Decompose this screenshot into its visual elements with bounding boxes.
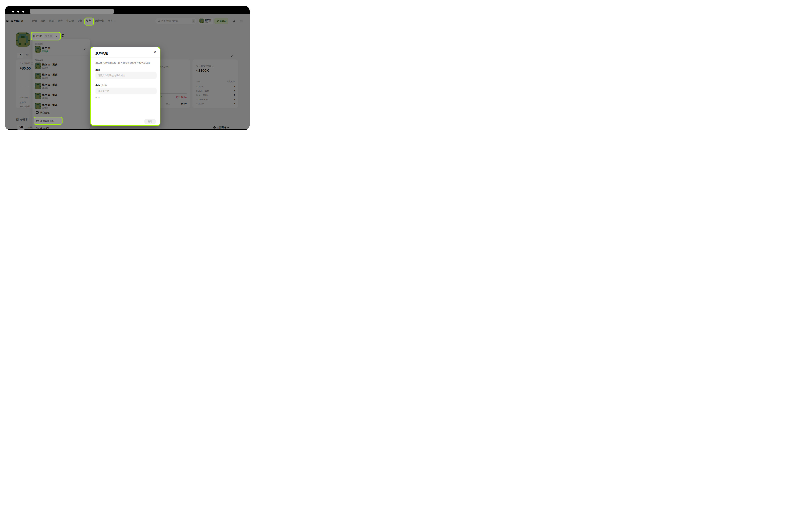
- browser-window: Wallet 行情 扫链 追踪 信号 牛人榜 兑换 资产 邀请计划 更多 代币 …: [5, 6, 250, 130]
- watch-wallet-modal: 观察钱包 × 输入钱包地址或域名，即可查看该钱包资产和交易记录 地址 备注 (选…: [90, 47, 160, 126]
- window-dot: [17, 11, 19, 13]
- modal-title: 观察钱包: [96, 51, 108, 55]
- memo-input[interactable]: [96, 88, 157, 95]
- divider: [91, 116, 160, 116]
- window-dot: [23, 11, 24, 13]
- address-label: 地址: [96, 68, 100, 71]
- memo-label: 备注: [96, 84, 100, 87]
- screenshot-canvas: Wallet 行情 扫链 追踪 信号 牛人榜 兑换 资产 邀请计划 更多 代币 …: [0, 0, 255, 134]
- memo-label-row: 备注 (选填): [96, 84, 107, 87]
- char-counter: 0/25: [96, 96, 100, 99]
- address-input[interactable]: [96, 72, 157, 79]
- modal-description: 输入钱包地址或域名，即可查看该钱包资产和交易记录: [96, 61, 150, 64]
- confirm-button[interactable]: 确定: [144, 119, 156, 124]
- memo-optional: (选填): [101, 84, 107, 87]
- divider: [91, 57, 160, 58]
- close-icon[interactable]: ×: [154, 50, 156, 54]
- window-dot: [12, 11, 14, 13]
- address-bar[interactable]: [30, 9, 114, 14]
